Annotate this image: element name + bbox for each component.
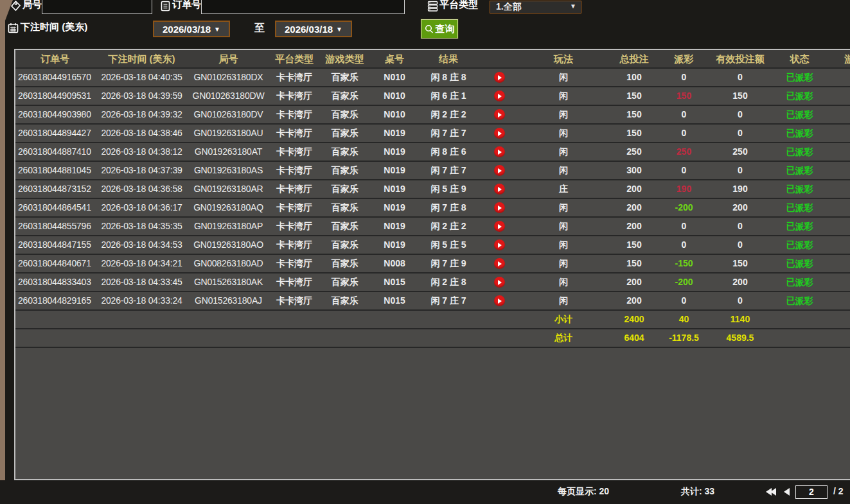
cell-round-id: GN010263180DW	[189, 87, 268, 105]
cell-game-extra	[824, 69, 850, 86]
bet-records-table: 订单号 下注时间 (美东) 局号 平台类型 游戏类型 桌号 结果 玩法 总投注 …	[14, 49, 850, 480]
header-game-extra: 游	[824, 50, 850, 67]
tag-icon	[10, 1, 21, 12]
subtotal-label: 小计	[522, 311, 605, 328]
replay-button	[477, 218, 522, 235]
cell-play-type: 闲	[522, 162, 605, 179]
replay-play-icon[interactable]	[494, 295, 505, 306]
cell-bet-time: 2026-03-18 04:39:59	[94, 87, 189, 105]
cell-round-id: GN019263180AQ	[189, 199, 268, 216]
cell-order-id: 260318044894427	[15, 125, 94, 142]
round-id-input[interactable]	[42, 0, 152, 14]
cell-play-type: 闲	[522, 218, 605, 235]
cell-order-id: 260318044873152	[15, 180, 94, 198]
cell-bet-time: 2026-03-18 04:33:45	[94, 274, 189, 291]
cell-play-type: 闲	[522, 87, 605, 105]
replay-play-icon[interactable]	[494, 258, 505, 269]
cell-valid-bet: 0	[705, 162, 775, 179]
previous-page-button[interactable]	[784, 488, 790, 496]
first-page-button[interactable]	[766, 488, 776, 496]
cell-status: 已派彩	[775, 255, 824, 272]
replay-play-icon[interactable]	[494, 109, 505, 120]
grand-total-total-bet: 6404	[605, 329, 663, 347]
cell-round-id: GN019263180AR	[189, 180, 268, 198]
cell-payout: 190	[663, 180, 705, 198]
layers-icon	[427, 1, 438, 12]
cell-order-id: 260318044829165	[15, 292, 94, 309]
cell-payout: 0	[663, 69, 705, 86]
table-header-row: 订单号 下注时间 (美东) 局号 平台类型 游戏类型 桌号 结果 玩法 总投注 …	[15, 50, 850, 69]
cell-play-type: 庄	[522, 180, 605, 198]
cell-valid-bet: 0	[705, 292, 775, 309]
cell-round-id: GN015263180AJ	[189, 292, 268, 309]
cell-order-id: 260318044864541	[15, 199, 94, 216]
total-count-label: 共计: 33	[681, 486, 714, 498]
header-round-id: 局号	[189, 50, 268, 67]
replay-play-icon[interactable]	[494, 239, 505, 250]
replay-button	[477, 199, 522, 216]
table-row: 2603180448334032026-03-18 04:33:45GN0152…	[15, 274, 850, 292]
replay-button	[477, 180, 522, 198]
grand-total-valid-bet: 4589.5	[705, 329, 775, 347]
cell-status: 已派彩	[775, 199, 824, 216]
cell-round-id: GN010263180DV	[189, 106, 268, 123]
cell-order-id: 260318044833403	[15, 274, 94, 291]
replay-play-icon[interactable]	[494, 128, 505, 139]
header-play-type: 玩法	[522, 50, 605, 67]
platform-type-select[interactable]: 1.全部 ▼	[490, 1, 581, 13]
replay-play-icon[interactable]	[494, 165, 505, 176]
cell-play-type: 闲	[522, 274, 605, 291]
search-button[interactable]: 查询	[421, 19, 458, 39]
order-id-input[interactable]	[201, 0, 405, 14]
cell-valid-bet: 0	[705, 236, 775, 254]
header-total-bet: 总投注	[605, 50, 663, 67]
cell-result: 闲 5 庄 9	[420, 180, 477, 198]
table-row: 2603180448944272026-03-18 04:38:46GN0192…	[15, 125, 850, 143]
header-bet-time: 下注时间 (美东)	[94, 50, 189, 67]
cell-game-extra	[824, 274, 850, 291]
cell-platform: 卡卡湾厅	[268, 274, 321, 291]
per-page-label: 每页显示: 20	[558, 486, 609, 498]
cell-table-no: N015	[369, 274, 420, 291]
cell-payout: -200	[663, 199, 705, 216]
date-from-picker[interactable]: 2026/03/18 ▼	[153, 21, 230, 37]
cell-valid-bet: 0	[705, 106, 775, 123]
cell-result: 闲 8 庄 6	[420, 143, 477, 161]
cell-table-no: N019	[369, 218, 420, 235]
cell-table-no: N010	[369, 87, 420, 105]
date-to-picker[interactable]: 2026/03/18 ▼	[275, 21, 352, 37]
replay-play-icon[interactable]	[494, 202, 505, 213]
cell-play-type: 闲	[522, 125, 605, 142]
cell-game-extra	[824, 236, 850, 254]
cell-bet-time: 2026-03-18 04:33:24	[94, 292, 189, 309]
cell-total-bet: 150	[605, 236, 663, 254]
cell-status: 已派彩	[775, 180, 824, 198]
cell-bet-time: 2026-03-18 04:34:21	[94, 255, 189, 272]
cell-game-type: 百家乐	[321, 292, 369, 309]
replay-play-icon[interactable]	[494, 91, 505, 101]
replay-play-icon[interactable]	[494, 146, 505, 157]
cell-status: 已派彩	[775, 87, 824, 105]
replay-button	[477, 292, 522, 309]
replay-button	[477, 69, 522, 86]
cell-total-bet: 150	[605, 87, 663, 105]
cell-round-id: GN008263180AD	[189, 255, 268, 272]
grand-total-label: 总计	[522, 329, 605, 347]
order-id-label: 订单号	[172, 0, 201, 11]
replay-play-icon[interactable]	[494, 277, 505, 288]
cell-table-no: N019	[369, 125, 420, 142]
cell-payout: 0	[663, 236, 705, 254]
replay-play-icon[interactable]	[494, 221, 505, 232]
cell-valid-bet: 0	[705, 125, 775, 142]
page-number-input[interactable]: 2	[795, 485, 828, 499]
cell-payout: 250	[663, 143, 705, 161]
cell-game-type: 百家乐	[321, 274, 369, 291]
cell-payout: -200	[663, 274, 705, 291]
cell-result: 闲 5 庄 5	[420, 236, 477, 254]
replay-play-icon[interactable]	[494, 72, 505, 83]
cell-game-type: 百家乐	[321, 255, 369, 272]
cell-payout: 0	[663, 125, 705, 142]
cell-result: 闲 2 庄 2	[420, 106, 477, 123]
cell-valid-bet: 0	[705, 218, 775, 235]
replay-play-icon[interactable]	[494, 184, 505, 195]
